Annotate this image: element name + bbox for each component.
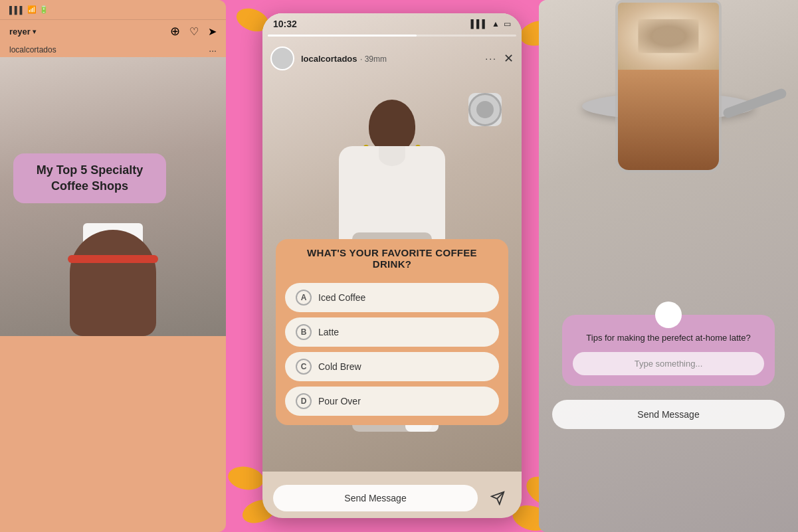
- left-handle-bar: localcortados ···: [0, 43, 226, 57]
- left-username[interactable]: reyer ▾: [9, 27, 36, 37]
- left-photo-area: My Top 5 Specialty Coffee Shops: [0, 57, 226, 336]
- latte-liquid: [618, 70, 719, 170]
- wall-speaker: [468, 93, 502, 126]
- option-d-text: Pour Over: [318, 396, 361, 406]
- right-send-bar: Send Message: [552, 400, 785, 429]
- story-progress-fill: [268, 35, 417, 37]
- cocoa-dusting: [638, 19, 698, 52]
- story-time-ago: · 39mm: [360, 54, 387, 64]
- more-options-icon[interactable]: ···: [209, 45, 217, 56]
- battery-status-icon: ▭: [504, 19, 511, 29]
- qa-avatar: [655, 302, 682, 328]
- left-panel: ▌▌▌ 📶 🔋 reyer ▾ ⊕ ♡ ➤ localcortados ···: [0, 0, 226, 532]
- hand: [70, 230, 156, 336]
- right-photo-area: Tips for making the perefect at-home lat…: [539, 0, 798, 532]
- left-nav-icons: ⊕ ♡ ➤: [170, 24, 217, 39]
- qa-input-field[interactable]: Type something...: [573, 352, 764, 375]
- quiz-option-b[interactable]: B Latte: [285, 317, 499, 347]
- quiz-question-box: WHAT'S YOUR FAVORITE COFFEE DRINK?: [276, 239, 508, 278]
- option-b-text: Latte: [318, 327, 339, 337]
- story-avatar: [270, 46, 294, 70]
- left-tag: My Top 5 Specialty Coffee Shops: [13, 153, 166, 203]
- story-status-icons: ▌▌▌ ▲ ▭: [471, 19, 511, 29]
- battery-icon: 🔋: [39, 5, 49, 14]
- svg-point-46: [226, 464, 265, 493]
- story-user-details: localcortados · 39mm: [301, 52, 387, 64]
- story-send-bar: Send Message: [273, 485, 511, 511]
- bracelet: [68, 255, 158, 263]
- option-a-text: Iced Coffee: [318, 292, 365, 303]
- right-send-message-button[interactable]: Send Message: [552, 400, 785, 429]
- left-status-bar: ▌▌▌ 📶 🔋: [0, 0, 226, 20]
- option-c-text: Cold Brew: [318, 361, 361, 372]
- right-panel: Tips for making the perefect at-home lat…: [539, 0, 798, 532]
- add-icon[interactable]: ⊕: [170, 24, 180, 39]
- quiz-options-list: A Iced Coffee B Latte C Cold Brew D Pour…: [276, 278, 508, 425]
- wifi-status-icon: ▲: [492, 19, 500, 29]
- left-tag-text: My Top 5 Specialty Coffee Shops: [25, 163, 154, 194]
- qa-placeholder: Type something...: [635, 359, 703, 369]
- chevron-down-icon: ▾: [33, 28, 36, 35]
- person-head: [369, 100, 415, 153]
- center-story-panel: 10:32 ▌▌▌ ▲ ▭ localcortados · 39mm ··· ✕: [262, 13, 522, 518]
- wifi-icon: 📶: [27, 5, 37, 14]
- username-text: reyer: [9, 27, 31, 37]
- story-header: localcortados · 39mm ··· ✕: [262, 41, 522, 76]
- option-c-letter: C: [296, 359, 312, 375]
- right-qa-widget: Tips for making the perefect at-home lat…: [562, 315, 775, 386]
- collar: [379, 146, 405, 166]
- signal-bars-icon: ▌▌▌: [471, 19, 488, 29]
- send-message-button[interactable]: Send Message: [273, 485, 478, 511]
- left-status-icons: ▌▌▌ 📶 🔋: [9, 5, 49, 14]
- send-arrow-icon[interactable]: [484, 485, 511, 511]
- quiz-option-d[interactable]: D Pour Over: [285, 387, 499, 416]
- option-b-letter: B: [296, 324, 312, 340]
- quiz-option-c[interactable]: C Cold Brew: [285, 352, 499, 381]
- story-time: 10:32: [273, 19, 297, 29]
- story-time-ago-value: 39m: [365, 54, 380, 64]
- more-dots-icon[interactable]: ···: [485, 53, 497, 64]
- quiz-overlay: WHAT'S YOUR FAVORITE COFFEE DRINK? A Ice…: [276, 239, 508, 425]
- quiz-question-text: WHAT'S YOUR FAVORITE COFFEE DRINK?: [286, 247, 498, 270]
- left-handle-text: localcortados: [9, 45, 56, 54]
- option-d-letter: D: [296, 393, 312, 409]
- quiz-option-a[interactable]: A Iced Coffee: [285, 283, 499, 312]
- story-username: localcortados: [301, 54, 357, 64]
- story-progress-bar: [268, 35, 516, 37]
- heart-icon[interactable]: ♡: [189, 25, 199, 38]
- qa-question-text: Tips for making the perefect at-home lat…: [573, 332, 764, 344]
- latte-foam: [618, 3, 719, 70]
- story-user-info: localcortados · 39mm: [270, 46, 387, 70]
- left-nav-bar: reyer ▾ ⊕ ♡ ➤: [0, 20, 226, 43]
- story-status-bar: 10:32 ▌▌▌ ▲ ▭: [262, 13, 522, 32]
- close-story-icon[interactable]: ✕: [504, 51, 514, 66]
- latte-glass: [615, 0, 722, 173]
- option-a-letter: A: [296, 290, 312, 306]
- story-controls[interactable]: ··· ✕: [485, 51, 514, 66]
- send-nav-icon[interactable]: ➤: [208, 25, 217, 38]
- signal-icon: ▌▌▌: [9, 6, 25, 14]
